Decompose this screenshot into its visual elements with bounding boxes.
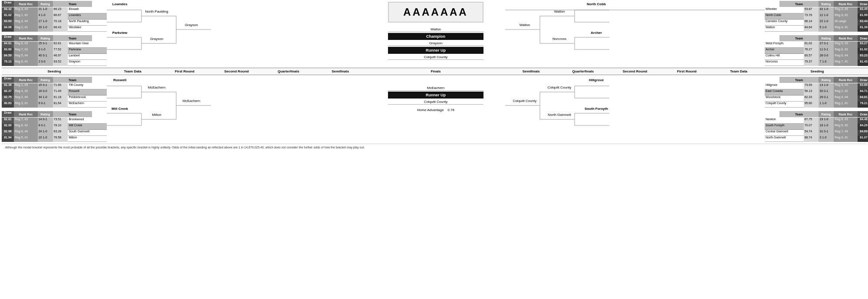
runner-up-label: Runner Up (388, 92, 483, 99)
seeding-label-left: Seeding (2, 69, 107, 73)
table-row: 82.36 Reg 1, #3 15 0-1 71.66 Tift County (2, 83, 107, 89)
seed-cell: Reg 2, #1 (14, 26, 38, 32)
seed-cell-br: Reg 5, #2 (834, 124, 858, 130)
team-name-highlight: Roswell (68, 89, 107, 95)
rating-cell-r: 84.64 (804, 26, 819, 32)
rank-cell: 25 0-1 (38, 42, 53, 48)
draw-score: 84.42 (2, 7, 14, 13)
draw-score-r: 83.23 (858, 54, 868, 60)
team-header-4: Team (53, 111, 92, 117)
svg-text:Hillgrove: Hillgrove (589, 78, 604, 82)
seed-cell: Reg 6, #3 (14, 42, 38, 48)
table-row: 83.60 Reg 7, #2 9 1-0 77.52 Parkview (2, 48, 107, 54)
team-name-highlight-br: South Forsyth (765, 124, 804, 130)
seed-cell-r: Reg 8, #2 (834, 48, 858, 54)
draw-score: 84.81 (2, 42, 14, 48)
team-header-r2: Team (779, 35, 819, 41)
rank-cell: 2 0-0 (38, 60, 53, 66)
rank-cell-r: 27 0-1 (819, 42, 834, 48)
table-row: 83.89 Reg 3, #3 13 1-0 73.59 Hillgrove (765, 83, 868, 89)
champion-box: Champion (388, 33, 483, 40)
team-name: Lambert (68, 54, 107, 60)
rank-cell: 6 0-1 (38, 102, 53, 108)
draw-score: 82.00 (2, 124, 14, 130)
seed-cell-r: Reg 7, #1 (834, 60, 858, 66)
rating-cell: 46.97 (53, 54, 68, 60)
rating-cell-br: 54.74 (804, 130, 819, 136)
seed-cell-br: Reg 8, #3 (834, 118, 858, 124)
bottom-center: McEachern Runner Up Colquitt County Home… (366, 77, 505, 142)
rating-cell-br: 88.74 (804, 136, 819, 142)
rank-cell: 15 0-1 (38, 83, 53, 89)
draw-header-3: Draw (2, 77, 14, 83)
rating-cell: 66.43 (53, 26, 68, 32)
footer-text: Although the modal bracket represents th… (2, 144, 866, 151)
rank-cell-br: 18 1-0 (819, 124, 834, 130)
svg-text:Lowndes: Lowndes (112, 2, 128, 6)
table-row: 83.63 Reg 3, #4 17 1-0 70.18 North Pauld… (2, 20, 107, 26)
runner-up-box: Runner Up (388, 47, 483, 54)
draw-score-br: 84.71 (858, 89, 868, 95)
rank-cell: 14 0-1 (38, 118, 53, 124)
seeding-label-right: Seeding (765, 69, 868, 73)
team-header-3: Team (53, 77, 92, 83)
table-row: 83.23 Reg 6, #4 28 0-0 60.57 Collins Hil… (765, 54, 868, 60)
draw-header-4: Draw (2, 111, 14, 117)
rank-cell: 4 1-0 (38, 13, 53, 20)
table-row: 80.63 Reg 3, #1 6 0-1 81.64 McEachern (2, 102, 107, 108)
center-region: AAAAAAA Walton Champion Grayson Runner U… (366, 1, 505, 66)
draw-score: 81.94 (2, 136, 14, 142)
rating-header-br: Rating (819, 77, 834, 83)
table-row: 84.42 Reg 4, #3 21 1-0 66.23 Etowah (2, 7, 107, 13)
svg-text:McEachern: McEachern (183, 99, 200, 103)
team-name: Pebblebrook (68, 95, 107, 102)
table-row: 81.92 Reg 8, #2 11 0-1 76.27 Archer (765, 48, 868, 54)
rating-cell: 71.49 (53, 89, 68, 95)
draw-score-r: 81.39 (858, 26, 868, 32)
team-header-2: Team (53, 35, 92, 41)
draw-score: 79.13 (2, 60, 14, 66)
team-name-br: Woodstock (765, 95, 804, 102)
bracket-title: AAAAAAA (388, 2, 483, 23)
rating-cell-r: 79.37 (804, 60, 819, 66)
table-row: 84.29 Reg 5, #2 18 1-0 70.07 South Forsy… (765, 124, 868, 130)
draw-score-r: 81.99 (858, 13, 868, 20)
draw-header-2: Draw (2, 35, 14, 41)
rating-header-4: Rating (38, 111, 53, 117)
rank-header-br: Rank Rec (834, 77, 858, 83)
rating-cell-r: 61.02 (804, 42, 819, 48)
draw-score: 81.02 (2, 13, 14, 20)
table-row: 83.44 At Large 22 1-0 66.14 Camden Count… (765, 20, 868, 26)
draw-header-1: Draw (2, 1, 14, 7)
seed-cell: Reg 1, #3 (14, 83, 38, 89)
rank-cell-r: 32 1-0 (819, 7, 834, 13)
table-row: 79.21 Reg 1, #1 1 1-0 95.60 Colquitt Cou… (765, 102, 868, 108)
draw-score-r: 83.44 (858, 20, 868, 26)
svg-text:Archer: Archer (591, 31, 602, 35)
rating-cell: 51.18 (53, 95, 68, 102)
draw-score-r: 83.45 (858, 7, 868, 13)
table-row: 81.94 Reg 5, #1 10 1-0 76.58 Milton (2, 136, 107, 142)
rank-header-r: Rank Rec (834, 1, 858, 7)
rank-cell: 17 1-0 (38, 20, 53, 26)
table-row: 84.59 Reg 5, #4 40 0-1 46.97 Lambert (2, 54, 107, 60)
draw-header-br2: Draw (858, 111, 868, 117)
rank-cell-br: 19 1-0 (819, 118, 834, 124)
rating-cell: 93.52 (53, 60, 68, 66)
svg-text:North Paulding: North Paulding (145, 10, 168, 13)
rating-header-3: Rating (38, 77, 53, 83)
table-row: 83.45 Reg 2, #3 32 1-0 53.87 Wheeler (765, 7, 868, 13)
rating-cell-br: 95.60 (804, 102, 819, 108)
seed-cell: Reg 7, #2 (14, 48, 38, 54)
draw-score-r: 83.27 (858, 42, 868, 48)
team-name-highlight-r: Archer (765, 48, 804, 54)
rating-header-r2: Rating (819, 35, 834, 41)
rating-cell-br: 73.59 (804, 83, 819, 89)
seed-cell-br: Reg 6, #1 (834, 136, 858, 142)
rank-cell: 16 0-0 (38, 89, 53, 95)
rank-cell-r: 7 1-0 (819, 60, 834, 66)
team-header-br2: Team (779, 111, 819, 117)
rank-cell-br: 1 1-0 (819, 102, 834, 108)
rank-cell-br: 3 1-0 (819, 136, 834, 142)
team-name-r: Camden County (765, 20, 804, 26)
